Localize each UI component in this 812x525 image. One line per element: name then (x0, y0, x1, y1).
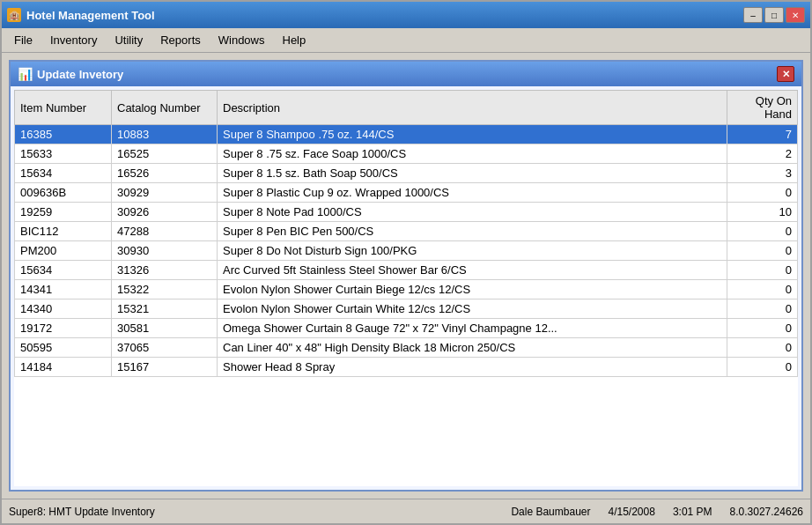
cell-qty-on-hand: 10 (727, 203, 798, 222)
cell-catalog-number: 15322 (112, 280, 218, 299)
table-row[interactable]: 1563316525Super 8 .75 sz. Face Soap 1000… (15, 144, 798, 164)
cell-item-number: 009636B (15, 183, 112, 203)
cell-item-number: 15633 (15, 144, 112, 164)
status-left-text: Super8: HMT Update Inventory (9, 506, 155, 518)
table-row[interactable]: 1418415167Shower Head 8 Spray0 (15, 358, 798, 377)
table-row[interactable]: 5059537065Can Liner 40" x 48" High Densi… (15, 338, 798, 358)
cell-qty-on-hand: 0 (727, 338, 798, 358)
menu-utility[interactable]: Utility (106, 31, 151, 49)
minimize-button[interactable]: – (743, 7, 763, 23)
cell-item-number: 15634 (15, 261, 112, 280)
cell-item-number: 19172 (15, 319, 112, 338)
cell-description: Evolon Nylon Shower Curtain Biege 12/cs … (218, 280, 727, 299)
table-row[interactable]: 1563416526Super 8 1.5 sz. Bath Soap 500/… (15, 164, 798, 183)
cell-description: Omega Shower Curtain 8 Gauge 72" x 72" V… (218, 319, 727, 338)
cell-description: Can Liner 40" x 48" High Density Black 1… (218, 338, 727, 358)
cell-qty-on-hand: 2 (727, 144, 798, 164)
table-scroll-area[interactable]: Item Number Catalog Number Description Q… (14, 90, 798, 486)
cell-qty-on-hand: 0 (727, 183, 798, 203)
cell-catalog-number: 47288 (112, 222, 218, 241)
cell-item-number: PM200 (15, 241, 112, 261)
menu-bar: File Inventory Utility Reports Windows H… (2, 28, 810, 53)
header-item-number: Item Number (15, 91, 112, 125)
cell-qty-on-hand: 7 (727, 125, 798, 144)
cell-catalog-number: 16526 (112, 164, 218, 183)
maximize-button[interactable]: □ (764, 7, 784, 23)
window-title: Hotel Management Tool (26, 9, 155, 22)
title-bar: 🏨 Hotel Management Tool – □ ✕ (2, 2, 810, 28)
menu-help[interactable]: Help (274, 31, 315, 49)
cell-description: Super 8 .75 sz. Face Soap 1000/CS (218, 144, 727, 164)
table-row[interactable]: 009636B30929Super 8 Plastic Cup 9 oz. Wr… (15, 183, 798, 203)
table-row[interactable]: 1638510883Super 8 Shampoo .75 oz. 144/CS… (15, 125, 798, 144)
cell-catalog-number: 37065 (112, 338, 218, 358)
cell-item-number: 50595 (15, 338, 112, 358)
cell-catalog-number: 15321 (112, 299, 218, 319)
inner-title-left: 📊 Update Invetory (18, 67, 123, 81)
cell-item-number: 14340 (15, 299, 112, 319)
cell-description: Super 8 Do Not Disturb Sign 100/PKG (218, 241, 727, 261)
cell-description: Super 8 Note Pad 1000/CS (218, 203, 727, 222)
cell-description: Shower Head 8 Spray (218, 358, 727, 377)
inner-title-bar: 📊 Update Invetory ✕ (11, 62, 801, 86)
status-bar: Super8: HMT Update Inventory Dale Baumba… (2, 499, 810, 523)
main-window: 🏨 Hotel Management Tool – □ ✕ File Inven… (0, 0, 812, 525)
cell-catalog-number: 10883 (112, 125, 218, 144)
close-button[interactable]: ✕ (786, 7, 805, 23)
inventory-table: Item Number Catalog Number Description Q… (14, 90, 798, 377)
table-row[interactable]: 1434115322Evolon Nylon Shower Curtain Bi… (15, 280, 798, 299)
cell-catalog-number: 15167 (112, 358, 218, 377)
menu-reports[interactable]: Reports (151, 31, 210, 49)
cell-qty-on-hand: 0 (727, 222, 798, 241)
status-user: Dale Baumbauer (511, 506, 590, 518)
cell-catalog-number: 30930 (112, 241, 218, 261)
cell-description: Super 8 Shampoo .75 oz. 144/CS (218, 125, 727, 144)
cell-description: Arc Curved 5ft Stainless Steel Shower Ba… (218, 261, 727, 280)
cell-qty-on-hand: 0 (727, 241, 798, 261)
cell-catalog-number: 31326 (112, 261, 218, 280)
cell-qty-on-hand: 3 (727, 164, 798, 183)
inner-window-icon: 📊 (18, 67, 32, 81)
cell-catalog-number: 30926 (112, 203, 218, 222)
table-row[interactable]: 1925930926Super 8 Note Pad 1000/CS10 (15, 203, 798, 222)
header-qty-on-hand: Qty On Hand (727, 91, 798, 125)
cell-item-number: 14341 (15, 280, 112, 299)
cell-item-number: 15634 (15, 164, 112, 183)
cell-description: Super 8 1.5 sz. Bath Soap 500/CS (218, 164, 727, 183)
cell-qty-on-hand: 0 (727, 280, 798, 299)
title-bar-left: 🏨 Hotel Management Tool (7, 8, 155, 22)
cell-item-number: 19259 (15, 203, 112, 222)
status-right-area: Dale Baumbauer 4/15/2008 3:01 PM 8.0.302… (511, 506, 803, 518)
cell-item-number: 14184 (15, 358, 112, 377)
cell-catalog-number: 16525 (112, 144, 218, 164)
table-row[interactable]: PM20030930Super 8 Do Not Disturb Sign 10… (15, 241, 798, 261)
menu-windows[interactable]: Windows (210, 31, 274, 49)
cell-qty-on-hand: 0 (727, 299, 798, 319)
table-row[interactable]: BIC11247288Super 8 Pen BIC Pen 500/CS0 (15, 222, 798, 241)
cell-description: Evolon Nylon Shower Curtain White 12/cs … (218, 299, 727, 319)
menu-inventory[interactable]: Inventory (41, 31, 106, 49)
status-date: 4/15/2008 (608, 506, 654, 518)
inner-window: 📊 Update Invetory ✕ Item Number Catalog … (9, 60, 803, 492)
cell-item-number: BIC112 (15, 222, 112, 241)
cell-description: Super 8 Plastic Cup 9 oz. Wrapped 1000/C… (218, 183, 727, 203)
cell-item-number: 16385 (15, 125, 112, 144)
inner-window-title: Update Invetory (37, 68, 123, 81)
inner-close-button[interactable]: ✕ (777, 66, 794, 82)
header-description: Description (218, 91, 727, 125)
table-row[interactable]: 1563431326Arc Curved 5ft Stainless Steel… (15, 261, 798, 280)
table-row[interactable]: 1434015321Evolon Nylon Shower Curtain Wh… (15, 299, 798, 319)
status-version: 8.0.3027.24626 (730, 506, 803, 518)
cell-description: Super 8 Pen BIC Pen 500/CS (218, 222, 727, 241)
inventory-table-container: Item Number Catalog Number Description Q… (14, 90, 798, 486)
cell-qty-on-hand: 0 (727, 261, 798, 280)
header-catalog-number: Catalog Number (112, 91, 218, 125)
table-row[interactable]: 1917230581Omega Shower Curtain 8 Gauge 7… (15, 319, 798, 338)
cell-qty-on-hand: 0 (727, 319, 798, 338)
cell-catalog-number: 30581 (112, 319, 218, 338)
table-header: Item Number Catalog Number Description Q… (15, 91, 798, 125)
menu-file[interactable]: File (5, 31, 41, 49)
status-time: 3:01 PM (673, 506, 712, 518)
cell-qty-on-hand: 0 (727, 358, 798, 377)
table-body: 1638510883Super 8 Shampoo .75 oz. 144/CS… (15, 125, 798, 377)
